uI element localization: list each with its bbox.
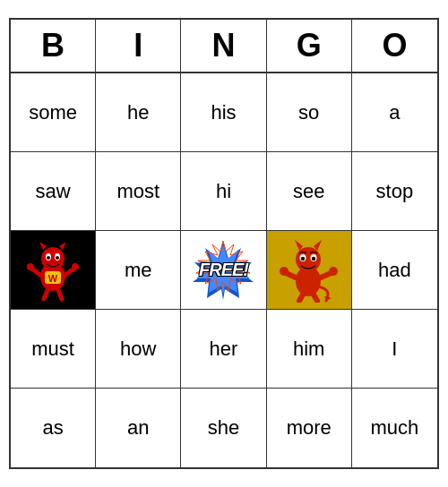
- svg-point-5: [56, 256, 59, 260]
- cell-text: a: [389, 101, 400, 124]
- cell-text: I: [392, 337, 397, 361]
- cell-text: hi: [216, 180, 231, 203]
- cell-text: so: [298, 101, 319, 124]
- svg-marker-6: [39, 242, 47, 250]
- svg-point-15: [72, 263, 79, 270]
- svg-point-25: [301, 256, 305, 260]
- svg-point-26: [312, 256, 315, 260]
- cell-r2c2[interactable]: most: [96, 152, 181, 231]
- bingo-card: B I N G O some he his so a saw most hi: [9, 18, 439, 469]
- cell-r3c5[interactable]: had: [352, 231, 437, 310]
- cell-text: how: [120, 337, 156, 361]
- svg-line-13: [58, 290, 62, 299]
- cell-text: an: [127, 416, 149, 440]
- cell-text: most: [116, 180, 159, 203]
- header-g: G: [267, 20, 352, 72]
- cell-text: she: [208, 416, 239, 440]
- header-b: B: [11, 20, 96, 72]
- cell-r4c4[interactable]: him: [267, 310, 352, 389]
- cell-r3c2[interactable]: me: [96, 231, 181, 310]
- svg-point-30: [329, 267, 338, 276]
- red-devil-icon: [280, 238, 338, 303]
- cell-text: saw: [36, 180, 71, 203]
- cell-r4c3[interactable]: her: [181, 310, 266, 389]
- cell-r5c2[interactable]: an: [96, 389, 181, 467]
- cell-r5c5[interactable]: much: [352, 389, 437, 467]
- cell-r2c5[interactable]: stop: [352, 152, 437, 231]
- svg-point-4: [47, 256, 50, 260]
- cell-r3c1-mascot[interactable]: W: [11, 231, 96, 310]
- free-badge: FREE!: [187, 239, 259, 302]
- cell-text: his: [211, 101, 236, 124]
- cell-text: must: [31, 337, 74, 361]
- header-i: I: [96, 20, 181, 72]
- cell-r5c1[interactable]: as: [11, 389, 96, 467]
- cell-text: her: [210, 337, 238, 361]
- cell-r4c5[interactable]: I: [352, 310, 437, 389]
- svg-line-31: [299, 295, 303, 301]
- svg-text:W: W: [48, 273, 58, 284]
- cell-r3c3-free[interactable]: FREE!: [181, 231, 266, 310]
- cell-r5c4[interactable]: more: [267, 389, 352, 467]
- bingo-header: B I N G O: [11, 20, 437, 73]
- cell-r5c3[interactable]: she: [181, 389, 266, 467]
- cell-r4c1[interactable]: must: [11, 310, 96, 389]
- cell-text: some: [29, 101, 77, 124]
- svg-point-29: [280, 267, 289, 276]
- cell-text: had: [378, 259, 411, 282]
- cell-r4c2[interactable]: how: [96, 310, 181, 389]
- bingo-grid: some he his so a saw most hi see stop: [11, 73, 437, 467]
- cell-text: me: [125, 259, 152, 282]
- cell-text: see: [293, 180, 324, 203]
- svg-line-12: [44, 290, 47, 299]
- cell-r1c3[interactable]: his: [181, 73, 266, 152]
- cell-text: he: [127, 101, 149, 124]
- cell-r2c4[interactable]: see: [267, 152, 352, 231]
- cell-r2c3[interactable]: hi: [181, 152, 266, 231]
- cell-r1c2[interactable]: he: [96, 73, 181, 152]
- svg-point-14: [27, 263, 34, 270]
- svg-line-32: [314, 295, 317, 301]
- cell-r1c4[interactable]: so: [267, 73, 352, 152]
- cell-text: more: [287, 416, 332, 440]
- svg-marker-7: [59, 242, 66, 250]
- cell-text: him: [293, 337, 324, 361]
- cell-text: stop: [376, 180, 414, 203]
- header-n: N: [181, 20, 266, 72]
- cell-text: much: [370, 416, 418, 440]
- cell-r2c1[interactable]: saw: [11, 152, 96, 231]
- cell-r3c4-mascot[interactable]: [267, 231, 352, 310]
- cell-text: as: [42, 416, 63, 440]
- w-mascot-icon: W: [22, 239, 84, 302]
- header-o: O: [352, 20, 437, 72]
- cell-r1c5[interactable]: a: [352, 73, 437, 152]
- cell-r1c1[interactable]: some: [11, 73, 96, 152]
- free-text: FREE!: [199, 260, 248, 280]
